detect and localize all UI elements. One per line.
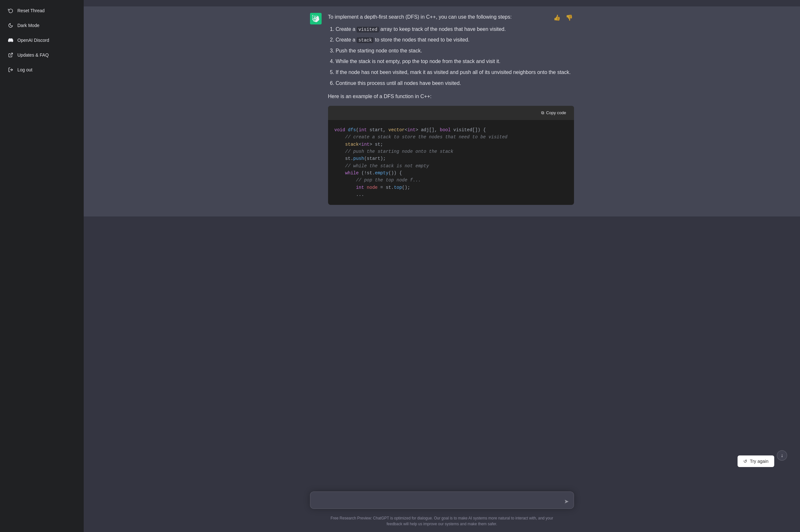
chevron-down-icon: ↓: [781, 453, 783, 458]
message-actions: 👍 👎: [552, 13, 574, 22]
try-again-button[interactable]: ↺ Try again: [738, 455, 774, 467]
sidebar-item-updates-faq[interactable]: Updates & FAQ: [3, 48, 81, 62]
sidebar-item-discord[interactable]: OpenAI Discord: [3, 34, 81, 47]
try-again-icon: ↺: [743, 459, 747, 464]
sidebar-item-reset-thread[interactable]: Reset Thread: [3, 4, 81, 17]
step-4: While the stack is not empty, pop the to…: [336, 57, 574, 65]
copy-code-button[interactable]: ⧉ Copy code: [539, 109, 568, 117]
chat-area[interactable]: To implement a depth-first search (DFS) …: [84, 0, 800, 486]
scroll-down-button[interactable]: ↓: [777, 450, 787, 461]
send-button[interactable]: ➤: [563, 497, 570, 506]
updates-icon: [8, 52, 14, 58]
step-6: Continue this process until all nodes ha…: [336, 79, 574, 88]
sidebar-item-label: Reset Thread: [17, 8, 45, 13]
avatar: [310, 13, 322, 24]
sidebar-item-label: Log out: [17, 67, 33, 72]
discord-icon: [8, 37, 14, 43]
main-content: To implement a depth-first search (DFS) …: [84, 0, 800, 532]
sidebar-item-logout[interactable]: Log out: [3, 63, 81, 77]
sidebar-item-label: OpenAI Discord: [17, 38, 49, 43]
footer-text: Free Research Preview: ChatGPT is optimi…: [310, 513, 574, 532]
input-container: ➤: [310, 492, 574, 510]
svg-line-0: [10, 53, 13, 55]
input-area: ➤: [84, 486, 800, 513]
step-2: Create a stack to store the nodes that n…: [336, 36, 574, 44]
step-1: Create a visited array to keep track of …: [336, 25, 574, 34]
assistant-message: To implement a depth-first search (DFS) …: [84, 6, 800, 216]
code-block-header: ⧉ Copy code: [328, 106, 574, 120]
copy-icon: ⧉: [541, 110, 544, 115]
step-3: Push the starting node onto the stack.: [336, 46, 574, 55]
chat-input[interactable]: [310, 492, 574, 509]
sidebar-item-label: Updates & FAQ: [17, 53, 49, 58]
thumbs-down-button[interactable]: 👎: [564, 13, 574, 22]
try-again-label: Try again: [750, 459, 768, 464]
code-block-wrapper: ⧉ Copy code void dfs(int start, vector<i…: [328, 106, 574, 205]
message-content: To implement a depth-first search (DFS) …: [328, 13, 574, 210]
logout-icon: [8, 67, 14, 73]
step-5: If the node has not been visited, mark i…: [336, 68, 574, 77]
send-icon: ➤: [564, 498, 569, 505]
code-block: void dfs(int start, vector<int> adj[], b…: [328, 120, 574, 205]
message-header: To implement a depth-first search (DFS) …: [328, 13, 574, 25]
sidebar: Reset Thread Dark Mode OpenAI Discord Up…: [0, 0, 84, 532]
steps-list: Create a visited array to keep track of …: [328, 25, 574, 88]
thumbs-up-button[interactable]: 👍: [552, 13, 562, 22]
reset-thread-icon: [8, 8, 14, 14]
sidebar-item-dark-mode[interactable]: Dark Mode: [3, 19, 81, 32]
sidebar-item-label: Dark Mode: [17, 23, 39, 28]
code-intro-text: Here is an example of a DFS function in …: [328, 92, 574, 101]
copy-code-label: Copy code: [546, 110, 566, 115]
dark-mode-icon: [8, 22, 14, 28]
intro-text: To implement a depth-first search (DFS) …: [328, 13, 512, 21]
